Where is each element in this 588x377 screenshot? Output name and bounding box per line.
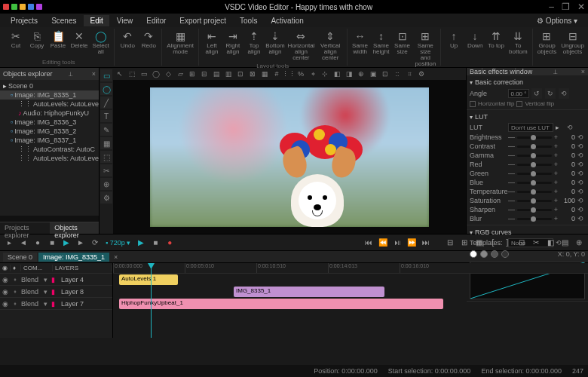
preview-tool-button[interactable]: % <box>296 69 306 79</box>
lut-folder-icon[interactable]: ▸ <box>556 124 565 131</box>
tool-button[interactable]: ▭ <box>100 69 112 81</box>
stop-button[interactable]: ■ <box>149 237 161 249</box>
lock-icon[interactable]: ♦ <box>11 277 20 282</box>
explorer-tab[interactable]: Projects explorer <box>0 222 50 234</box>
tool-button[interactable]: ⊕ <box>100 178 112 190</box>
timeline-tool-button[interactable]: ▦ <box>473 237 485 249</box>
group-button[interactable]: ⊞Group objects <box>536 29 559 57</box>
blend-mode[interactable]: Blend <box>20 300 44 308</box>
timeline-tool-button[interactable]: [ <box>487 237 499 249</box>
resolution-select[interactable]: ▪ 720p ▾ <box>103 239 133 247</box>
down-button[interactable]: ↓Down <box>465 29 485 57</box>
temperature-slider[interactable] <box>517 191 552 193</box>
reset-icon[interactable]: ⟲ <box>577 152 585 159</box>
preview-tool-button[interactable]: ⊡ <box>380 69 390 79</box>
pin-icon[interactable]: ⟂ <box>553 68 557 75</box>
curve-channel-dot[interactable] <box>480 250 488 258</box>
brightness-slider[interactable] <box>517 136 552 139</box>
lock-icon[interactable]: ♦ <box>11 301 20 306</box>
close-panel-icon[interactable]: × <box>92 70 96 78</box>
timeline-tool-button[interactable]: ✂ <box>530 237 542 249</box>
cut-button[interactable]: ✂Cut <box>6 29 26 57</box>
timeline-tool-button[interactable]: ▤ <box>559 237 571 249</box>
timeline-track-header[interactable]: ◉♦Blend▾▮Layer 8 <box>0 286 112 298</box>
preview-tool-button[interactable]: ▣ <box>368 69 378 79</box>
minimize-button[interactable]: – <box>549 2 554 12</box>
col-combine[interactable]: COM... <box>21 265 53 271</box>
collapse-icon[interactable]: ▸ <box>3 237 15 249</box>
blue-slider[interactable] <box>517 182 552 184</box>
reset-icon[interactable]: ⟲ <box>577 161 585 168</box>
app-dot[interactable] <box>36 4 42 10</box>
tool-button[interactable]: ◯ <box>100 83 112 95</box>
top-button[interactable]: ⇡Top align <box>244 29 264 63</box>
menu-export-project[interactable]: Export project <box>173 15 232 26</box>
timeline-tool-button[interactable]: ⊡ <box>516 237 528 249</box>
preview-tool-button[interactable]: ▱ <box>175 69 185 79</box>
visibility-icon[interactable]: ◉ <box>0 300 11 308</box>
preview-tool-button[interactable]: ⊟ <box>199 69 210 79</box>
hcenter-button[interactable]: ⇔Horizontal align center <box>286 29 316 63</box>
rotate-cw-icon[interactable]: ↻ <box>545 88 556 99</box>
app-dot[interactable] <box>20 4 26 10</box>
flip-checkbox[interactable]: Horizontal flip <box>470 100 514 107</box>
timeline-track-header[interactable]: ◉♦Blend▾▮Layer 7 <box>0 298 112 310</box>
tree-node[interactable]: ⋮⋮AutoLevels: AutoLeve <box>0 100 99 109</box>
tree-node[interactable]: ▫Image: IMG_8335_1 <box>0 90 99 100</box>
reset-icon[interactable]: ⟲ <box>577 143 585 150</box>
preview-tool-button[interactable]: # <box>271 69 282 79</box>
preview-tool-button[interactable]: ⊡ <box>235 69 246 79</box>
tree-node[interactable]: ▫Image: IMG_8338_2 <box>0 127 99 136</box>
rotate-reset-icon[interactable]: ⟲ <box>559 88 569 99</box>
blur-slider[interactable] <box>517 218 552 220</box>
timeline-tool-button[interactable]: ⊞ <box>458 237 470 249</box>
explorer-scrollbar[interactable] <box>0 216 99 222</box>
tree-node[interactable]: ▸Scene 0 <box>0 81 99 90</box>
preview-tool-button[interactable]: ⊹ <box>320 69 330 79</box>
reset-icon[interactable]: ⟲ <box>577 179 585 186</box>
reset-icon[interactable]: ⟲ <box>577 215 585 222</box>
timeline-clip[interactable]: AutoLevels 1 <box>119 274 178 285</box>
blend-mode[interactable]: Blend <box>20 276 44 284</box>
tree-node[interactable]: ⋮⋮AutoLevels: AutoLeve <box>0 154 99 163</box>
app-dot[interactable] <box>28 4 34 10</box>
lock-col-icon[interactable]: ♦ <box>11 265 21 271</box>
rotate-ccw-icon[interactable]: ↺ <box>531 88 542 99</box>
close-panel-icon[interactable]: × <box>581 68 585 75</box>
timeline-ruler[interactable]: 0:00:00:0000:00:05:0100:00:10:5100:00:14… <box>113 263 588 274</box>
timeline-tool-button[interactable]: ⊕ <box>573 237 585 249</box>
sameh-button[interactable]: ↕Same height <box>372 29 391 69</box>
timeline-tool-button[interactable]: ] <box>501 237 513 249</box>
preview-tool-button[interactable]: ⚙ <box>416 69 427 79</box>
preview-tool-button[interactable]: ◯ <box>151 69 161 79</box>
transport-button[interactable]: ⏪ <box>377 237 389 249</box>
blend-mode[interactable]: Blend <box>20 288 44 296</box>
effects-section-header[interactable]: LUT <box>470 112 585 122</box>
tree-node[interactable]: ▫Image: IMG_8336_3 <box>0 118 99 127</box>
preview-tool-button[interactable]: ▦ <box>259 69 270 79</box>
dropdown-icon[interactable]: ▾ <box>44 288 51 296</box>
curve-channel-dot[interactable] <box>470 250 477 258</box>
undo-button[interactable]: ↶Undo <box>118 29 137 51</box>
tool-button[interactable]: ▦ <box>100 137 112 149</box>
menu-edit[interactable]: Edit <box>84 15 109 26</box>
preview-tool-button[interactable]: ⊞ <box>187 69 198 79</box>
options-button[interactable]: ⚙ Options ▾ <box>531 15 583 26</box>
lut-reset-icon[interactable]: ⟲ <box>567 124 574 131</box>
explorer-tab[interactable]: Objects explorer <box>50 222 99 234</box>
curve-channel-dot[interactable] <box>491 250 498 258</box>
menu-editor[interactable]: Editor <box>140 15 172 26</box>
menu-scenes[interactable]: Scenes <box>45 15 82 26</box>
sames-button[interactable]: ⊡Same size <box>393 29 412 69</box>
playback-button[interactable]: ● <box>32 237 44 249</box>
left-button[interactable]: ⇤Left align <box>202 29 222 63</box>
tree-node[interactable]: ⋮⋮AutoContrast: AutoC <box>0 145 99 154</box>
rec-dot[interactable]: ● <box>164 237 176 249</box>
visibility-icon[interactable]: ◉ <box>0 288 11 296</box>
ungroup-button[interactable]: ⊟Ungroup objects <box>559 29 585 57</box>
close-tab-icon[interactable]: × <box>114 253 118 261</box>
preview-tool-button[interactable]: ⌖ <box>308 69 318 79</box>
samew-button[interactable]: ↔Same width <box>351 29 370 69</box>
timeline-track-header[interactable]: ◉♦Blend▾▮Layer 4 <box>0 274 112 286</box>
bottom-button[interactable]: ⇣Bottom align <box>265 29 285 63</box>
